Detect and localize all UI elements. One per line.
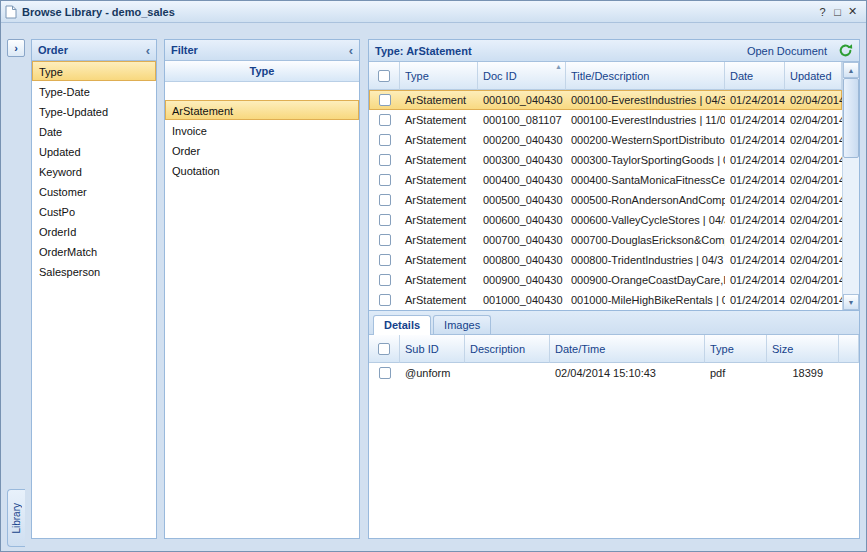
doc-row-updated: 02/04/2014 xyxy=(785,150,842,170)
doc-row-doc-id: 000700_040430 xyxy=(478,230,566,250)
doc-row-checkbox[interactable] xyxy=(379,134,391,146)
doc-row-checkbox[interactable] xyxy=(379,174,391,186)
doc-row-checkbox[interactable] xyxy=(379,154,391,166)
details-row-sub-id: @unform xyxy=(400,363,465,383)
document-row[interactable]: ArStatement000600_040430000600-ValleyCyc… xyxy=(369,210,842,230)
doc-row-checkbox-cell xyxy=(369,170,400,190)
document-row[interactable]: ArStatement000900_040430000900-OrangeCoa… xyxy=(369,270,842,290)
column-header-date-time[interactable]: Date/Time xyxy=(550,335,705,363)
doc-row-title: 000200-WesternSportDistributor xyxy=(566,130,725,150)
details-select-all-header-cell[interactable] xyxy=(369,335,400,363)
document-row[interactable]: ArStatement000700_040430000700-DouglasEr… xyxy=(369,230,842,250)
column-header-size[interactable]: Size xyxy=(767,335,839,363)
left-rail: › Library xyxy=(7,39,31,539)
filter-panel-title: Filter xyxy=(171,44,349,56)
order-item-custpo[interactable]: CustPo xyxy=(32,201,156,221)
document-row[interactable]: ArStatement000100_040430000100-EverestIn… xyxy=(369,90,842,110)
doc-row-doc-id: 000100_040430 xyxy=(478,90,566,110)
order-item-orderid[interactable]: OrderId xyxy=(32,221,156,241)
filter-item-arstatement[interactable]: ArStatement xyxy=(165,100,359,120)
close-button[interactable]: ✕ xyxy=(845,5,860,18)
details-grid-header: Sub ID Description Date/Time Type Size xyxy=(369,335,859,363)
maximize-button[interactable]: □ xyxy=(830,6,845,18)
refresh-icon[interactable] xyxy=(837,43,853,59)
filter-item-order[interactable]: Order xyxy=(165,140,359,160)
select-all-checkbox[interactable] xyxy=(378,70,390,82)
scrollbar-track[interactable] xyxy=(843,158,859,294)
library-rail-tab[interactable]: Library xyxy=(7,489,25,547)
doc-row-updated: 02/04/2014 xyxy=(785,290,842,310)
tab-images[interactable]: Images xyxy=(433,315,491,334)
order-item-customer[interactable]: Customer xyxy=(32,181,156,201)
doc-row-checkbox[interactable] xyxy=(379,94,391,106)
scroll-down-button[interactable]: ▼ xyxy=(843,294,859,310)
order-item-keyword[interactable]: Keyword xyxy=(32,161,156,181)
doc-row-updated: 02/04/2014 xyxy=(785,210,842,230)
doc-row-checkbox-cell xyxy=(369,230,400,250)
order-item-date[interactable]: Date xyxy=(32,121,156,141)
open-document-button[interactable]: Open Document xyxy=(747,45,827,57)
doc-row-checkbox[interactable] xyxy=(379,294,391,306)
document-row[interactable]: ArStatement000200_040430000200-WesternSp… xyxy=(369,130,842,150)
scroll-up-button[interactable]: ▲ xyxy=(843,62,859,78)
filter-item-quotation[interactable]: Quotation xyxy=(165,160,359,180)
details-select-all-checkbox[interactable] xyxy=(378,343,390,355)
order-item-type-date[interactable]: Type-Date xyxy=(32,81,156,101)
details-row[interactable]: @unform02/04/2014 15:10:43pdf18399 xyxy=(369,363,859,383)
filter-column-header[interactable]: Type xyxy=(165,61,359,82)
expand-panel-button[interactable]: › xyxy=(7,39,25,57)
collapse-filter-panel-icon[interactable]: ‹ xyxy=(349,44,353,57)
doc-row-checkbox[interactable] xyxy=(379,114,391,126)
doc-row-updated: 02/04/2014 xyxy=(785,130,842,150)
doc-row-checkbox[interactable] xyxy=(379,234,391,246)
doc-row-checkbox[interactable] xyxy=(379,254,391,266)
documents-panel: Type: ArStatement Open Document Type Doc… xyxy=(368,39,860,539)
filter-item-invoice[interactable]: Invoice xyxy=(165,120,359,140)
doc-row-checkbox[interactable] xyxy=(379,194,391,206)
help-button[interactable]: ? xyxy=(815,6,830,18)
doc-row-date: 01/24/2014 xyxy=(725,150,785,170)
column-header-description[interactable]: Description xyxy=(465,335,550,363)
details-section: Details Images Sub ID Description Date/T… xyxy=(369,310,859,538)
title-bar[interactable]: Browse Library - demo_sales ? □ ✕ xyxy=(1,1,866,23)
details-row-date-time: 02/04/2014 15:10:43 xyxy=(550,363,705,383)
browse-library-window: Browse Library - demo_sales ? □ ✕ › Libr… xyxy=(0,0,867,552)
details-row-type: pdf xyxy=(705,363,767,383)
column-header-updated[interactable]: Updated xyxy=(785,62,842,90)
document-row[interactable]: ArStatement000800_040430000800-TridentIn… xyxy=(369,250,842,270)
doc-row-type: ArStatement xyxy=(400,210,478,230)
column-header-file-type[interactable]: Type xyxy=(705,335,767,363)
details-row-checkbox[interactable] xyxy=(379,367,391,379)
doc-row-checkbox[interactable] xyxy=(379,214,391,226)
doc-row-checkbox-cell xyxy=(369,110,400,130)
tab-details[interactable]: Details xyxy=(373,315,431,335)
doc-row-checkbox-cell xyxy=(369,150,400,170)
document-row[interactable]: ArStatement001000_040430001000-MileHighB… xyxy=(369,290,842,310)
doc-row-checkbox[interactable] xyxy=(379,274,391,286)
doc-row-doc-id: 001000_040430 xyxy=(478,290,566,310)
document-row[interactable]: ArStatement000100_081107000100-EverestIn… xyxy=(369,110,842,130)
column-header-date[interactable]: Date xyxy=(725,62,785,90)
scrollbar-thumb[interactable] xyxy=(843,78,859,158)
doc-row-updated: 02/04/2014 xyxy=(785,90,842,110)
order-item-ordermatch[interactable]: OrderMatch xyxy=(32,241,156,261)
order-item-updated[interactable]: Updated xyxy=(32,141,156,161)
doc-row-checkbox-cell xyxy=(369,190,400,210)
collapse-order-panel-icon[interactable]: ‹ xyxy=(146,44,150,57)
column-header-sub-id[interactable]: Sub ID xyxy=(400,335,465,363)
column-header-doc-id[interactable]: Doc ID▲ xyxy=(478,62,566,90)
document-row[interactable]: ArStatement000300_040430000300-TaylorSpo… xyxy=(369,150,842,170)
select-all-header-cell[interactable] xyxy=(369,62,400,90)
order-item-type[interactable]: Type xyxy=(32,61,156,81)
doc-row-doc-id: 000500_040430 xyxy=(478,190,566,210)
doc-row-checkbox-cell xyxy=(369,250,400,270)
vertical-scrollbar[interactable]: ▲ ▼ xyxy=(842,62,859,310)
order-item-salesperson[interactable]: Salesperson xyxy=(32,261,156,281)
order-item-type-updated[interactable]: Type-Updated xyxy=(32,101,156,121)
column-header-title-description[interactable]: Title/Description xyxy=(566,62,725,90)
details-row-filler xyxy=(839,363,859,383)
doc-row-type: ArStatement xyxy=(400,190,478,210)
document-row[interactable]: ArStatement000400_040430000400-SantaMoni… xyxy=(369,170,842,190)
column-header-type[interactable]: Type xyxy=(400,62,478,90)
document-row[interactable]: ArStatement000500_040430000500-RonAnders… xyxy=(369,190,842,210)
